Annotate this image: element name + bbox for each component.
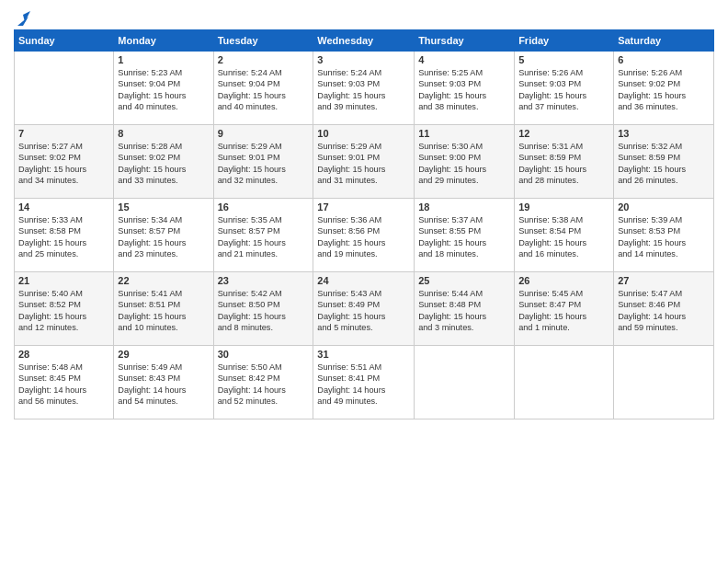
day-info: Sunrise: 5:47 AM Sunset: 8:46 PM Dayligh… [618,288,710,334]
day-number: 21 [18,275,109,286]
calendar-cell: 16Sunrise: 5:35 AM Sunset: 8:57 PM Dayli… [213,199,313,272]
day-info: Sunrise: 5:39 AM Sunset: 8:53 PM Dayligh… [618,214,710,260]
calendar-cell: 11Sunrise: 5:30 AM Sunset: 9:00 PM Dayli… [415,125,515,199]
calendar-cell: 30Sunrise: 5:50 AM Sunset: 8:42 PM Dayli… [213,346,313,419]
day-number: 3 [317,54,410,65]
day-number: 11 [418,128,510,139]
day-number: 24 [317,275,410,286]
column-header-saturday: Saturday [614,30,714,52]
day-number: 25 [418,275,510,286]
day-info: Sunrise: 5:32 AM Sunset: 8:59 PM Dayligh… [618,141,710,187]
calendar-cell: 7Sunrise: 5:27 AM Sunset: 9:02 PM Daylig… [15,125,114,199]
day-number: 9 [218,128,310,139]
day-info: Sunrise: 5:36 AM Sunset: 8:56 PM Dayligh… [317,214,410,260]
calendar-cell: 31Sunrise: 5:51 AM Sunset: 8:41 PM Dayli… [313,346,415,419]
calendar-cell: 25Sunrise: 5:44 AM Sunset: 8:48 PM Dayli… [415,272,515,346]
calendar-cell: 14Sunrise: 5:33 AM Sunset: 8:58 PM Dayli… [15,199,114,272]
logo [14,9,30,24]
day-number: 17 [317,201,410,213]
day-number: 13 [618,128,710,139]
day-number: 18 [418,201,510,213]
day-info: Sunrise: 5:33 AM Sunset: 8:58 PM Dayligh… [18,214,109,260]
day-info: Sunrise: 5:24 AM Sunset: 9:03 PM Dayligh… [317,67,410,113]
calendar-cell: 5Sunrise: 5:26 AM Sunset: 9:03 PM Daylig… [515,52,614,125]
day-info: Sunrise: 5:29 AM Sunset: 9:01 PM Dayligh… [218,141,310,187]
day-info: Sunrise: 5:30 AM Sunset: 9:00 PM Dayligh… [418,141,510,187]
calendar-cell: 2Sunrise: 5:24 AM Sunset: 9:04 PM Daylig… [213,52,313,125]
day-number: 16 [218,201,310,213]
calendar-cell [515,346,614,419]
calendar-cell: 24Sunrise: 5:43 AM Sunset: 8:49 PM Dayli… [313,272,415,346]
day-info: Sunrise: 5:24 AM Sunset: 9:04 PM Dayligh… [218,67,310,113]
calendar-cell: 19Sunrise: 5:38 AM Sunset: 8:54 PM Dayli… [515,199,614,272]
day-info: Sunrise: 5:40 AM Sunset: 8:52 PM Dayligh… [18,288,109,334]
column-header-sunday: Sunday [15,30,114,52]
calendar-cell [15,52,114,125]
column-header-tuesday: Tuesday [213,30,313,52]
day-info: Sunrise: 5:48 AM Sunset: 8:45 PM Dayligh… [18,362,109,408]
calendar-cell: 26Sunrise: 5:45 AM Sunset: 8:47 PM Dayli… [515,272,614,346]
calendar-cell: 13Sunrise: 5:32 AM Sunset: 8:59 PM Dayli… [614,125,714,199]
day-number: 5 [518,54,609,65]
calendar-cell: 1Sunrise: 5:23 AM Sunset: 9:04 PM Daylig… [114,52,213,125]
day-number: 6 [618,54,710,65]
day-number: 28 [18,349,109,360]
calendar-table: SundayMondayTuesdayWednesdayThursdayFrid… [14,29,714,419]
column-header-friday: Friday [515,30,614,52]
day-info: Sunrise: 5:50 AM Sunset: 8:42 PM Dayligh… [218,362,310,408]
day-number: 31 [317,349,410,360]
day-info: Sunrise: 5:51 AM Sunset: 8:41 PM Dayligh… [317,362,410,408]
day-number: 26 [518,275,609,286]
calendar-cell: 27Sunrise: 5:47 AM Sunset: 8:46 PM Dayli… [614,272,714,346]
day-number: 14 [18,201,109,213]
column-header-monday: Monday [114,30,213,52]
day-number: 19 [518,201,609,213]
day-info: Sunrise: 5:49 AM Sunset: 8:43 PM Dayligh… [118,362,209,408]
calendar-cell: 10Sunrise: 5:29 AM Sunset: 9:01 PM Dayli… [313,125,415,199]
header [14,9,714,24]
day-info: Sunrise: 5:43 AM Sunset: 8:49 PM Dayligh… [317,288,410,334]
calendar-page: SundayMondayTuesdayWednesdayThursdayFrid… [0,0,728,563]
day-info: Sunrise: 5:31 AM Sunset: 8:59 PM Dayligh… [518,141,609,187]
day-info: Sunrise: 5:38 AM Sunset: 8:54 PM Dayligh… [518,214,609,260]
day-number: 10 [317,128,410,139]
calendar-cell: 8Sunrise: 5:28 AM Sunset: 9:02 PM Daylig… [114,125,213,199]
day-info: Sunrise: 5:29 AM Sunset: 9:01 PM Dayligh… [317,141,410,187]
day-number: 22 [118,275,209,286]
day-number: 15 [118,201,209,213]
day-info: Sunrise: 5:42 AM Sunset: 8:50 PM Dayligh… [218,288,310,334]
day-number: 29 [118,349,209,360]
day-number: 20 [618,201,710,213]
calendar-cell: 12Sunrise: 5:31 AM Sunset: 8:59 PM Dayli… [515,125,614,199]
day-number: 2 [218,54,310,65]
calendar-cell: 18Sunrise: 5:37 AM Sunset: 8:55 PM Dayli… [415,199,515,272]
calendar-cell: 20Sunrise: 5:39 AM Sunset: 8:53 PM Dayli… [614,199,714,272]
day-info: Sunrise: 5:35 AM Sunset: 8:57 PM Dayligh… [218,214,310,260]
calendar-cell: 4Sunrise: 5:25 AM Sunset: 9:03 PM Daylig… [415,52,515,125]
day-number: 27 [618,275,710,286]
day-number: 23 [218,275,310,286]
day-info: Sunrise: 5:25 AM Sunset: 9:03 PM Dayligh… [418,67,510,113]
day-info: Sunrise: 5:44 AM Sunset: 8:48 PM Dayligh… [418,288,510,334]
day-info: Sunrise: 5:45 AM Sunset: 8:47 PM Dayligh… [518,288,609,334]
day-number: 30 [218,349,310,360]
column-header-wednesday: Wednesday [313,30,415,52]
day-number: 7 [18,128,109,139]
logo-bird-icon [16,9,30,28]
column-header-thursday: Thursday [415,30,515,52]
calendar-cell: 22Sunrise: 5:41 AM Sunset: 8:51 PM Dayli… [114,272,213,346]
day-info: Sunrise: 5:26 AM Sunset: 9:03 PM Dayligh… [518,67,609,113]
calendar-cell [614,346,714,419]
day-info: Sunrise: 5:34 AM Sunset: 8:57 PM Dayligh… [118,214,209,260]
calendar-cell: 9Sunrise: 5:29 AM Sunset: 9:01 PM Daylig… [213,125,313,199]
calendar-cell: 3Sunrise: 5:24 AM Sunset: 9:03 PM Daylig… [313,52,415,125]
day-number: 1 [118,54,209,65]
calendar-cell: 23Sunrise: 5:42 AM Sunset: 8:50 PM Dayli… [213,272,313,346]
calendar-cell: 6Sunrise: 5:26 AM Sunset: 9:02 PM Daylig… [614,52,714,125]
calendar-cell [415,346,515,419]
day-info: Sunrise: 5:26 AM Sunset: 9:02 PM Dayligh… [618,67,710,113]
day-info: Sunrise: 5:27 AM Sunset: 9:02 PM Dayligh… [18,141,109,187]
day-info: Sunrise: 5:23 AM Sunset: 9:04 PM Dayligh… [118,67,209,113]
day-number: 8 [118,128,209,139]
day-info: Sunrise: 5:41 AM Sunset: 8:51 PM Dayligh… [118,288,209,334]
